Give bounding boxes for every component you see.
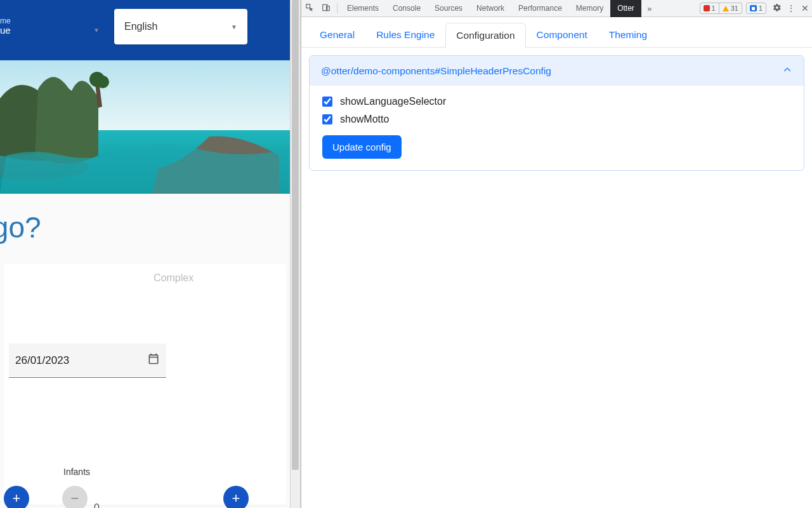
date-input[interactable]: 26/01/2023 xyxy=(9,344,166,378)
devtools-toolbar: Elements Console Sources Network Perform… xyxy=(301,0,812,17)
date-value: 26/01/2023 xyxy=(15,354,69,367)
warning-icon xyxy=(723,6,729,11)
close-icon[interactable]: ✕ xyxy=(798,3,812,13)
devtools-tab-sources[interactable]: Sources xyxy=(428,0,469,17)
infants-label: Infants xyxy=(63,467,90,477)
devtools-panel: Elements Console Sources Network Perform… xyxy=(301,0,812,508)
config-panel: @otter/demo-components#SimpleHeaderPresC… xyxy=(309,55,804,171)
decrement-button[interactable]: − xyxy=(62,486,88,508)
checkbox-showLanguageSelector[interactable] xyxy=(322,97,332,107)
language-select[interactable]: English ▼ xyxy=(114,9,247,44)
devtools-tab-network[interactable]: Network xyxy=(469,0,511,17)
chevron-down-icon: ▼ xyxy=(231,23,237,30)
chevron-up-icon xyxy=(782,65,792,77)
devtools-tab-memory[interactable]: Memory xyxy=(569,0,610,17)
config-panel-title: @otter/demo-components#SimpleHeaderPresC… xyxy=(321,65,551,77)
option-label: showLanguageSelector xyxy=(340,96,446,107)
infants-count: 0 xyxy=(94,502,100,508)
issues-badge[interactable]: 1 xyxy=(746,3,766,14)
iframe-scrollbar[interactable] xyxy=(290,0,301,508)
otter-content: @otter/demo-components#SimpleHeaderPresC… xyxy=(301,48,812,508)
kebab-menu-icon[interactable]: ⋮ xyxy=(784,3,798,13)
theme-select-value: ue xyxy=(0,25,11,36)
inspect-icon[interactable] xyxy=(301,3,318,14)
otter-tab-configuration[interactable]: Configuration xyxy=(445,23,525,48)
otter-tab-theming[interactable]: Theming xyxy=(598,22,658,47)
svg-point-4 xyxy=(96,76,109,88)
app-header: me ue ▼ English ▼ xyxy=(0,0,290,60)
warning-badge[interactable]: 31 xyxy=(719,3,742,13)
page-headline: ant to go? xyxy=(0,194,201,264)
otter-tab-general[interactable]: General xyxy=(309,22,365,47)
config-option-showMotto[interactable]: showMotto xyxy=(322,114,791,125)
error-icon xyxy=(704,5,710,11)
config-option-showLanguageSelector[interactable]: showLanguageSelector xyxy=(322,96,791,107)
settings-icon[interactable] xyxy=(770,3,784,14)
update-config-button[interactable]: Update config xyxy=(322,135,402,159)
option-label: showMotto xyxy=(340,114,389,125)
app-preview-pane: me ue ▼ English ▼ xyxy=(0,0,290,508)
scrollbar-thumb[interactable] xyxy=(292,0,299,470)
devtools-tab-elements[interactable]: Elements xyxy=(340,0,386,17)
devtools-tab-otter[interactable]: Otter xyxy=(610,0,641,17)
chevron-down-icon: ▼ xyxy=(93,27,100,34)
issue-counter[interactable]: 1 31 xyxy=(700,3,742,14)
devtools-tab-performance[interactable]: Performance xyxy=(511,0,569,17)
device-toggle-icon[interactable] xyxy=(318,3,334,14)
language-select-value: English xyxy=(124,21,157,32)
search-form-card: Complex 26/01/2023 Infants + − 0 + xyxy=(4,264,286,505)
config-panel-header[interactable]: @otter/demo-components#SimpleHeaderPresC… xyxy=(310,56,804,86)
checkbox-showMotto[interactable] xyxy=(322,114,332,124)
error-count: 1 xyxy=(712,4,716,12)
increment-button[interactable]: + xyxy=(4,486,29,508)
issues-icon xyxy=(750,5,757,11)
devtools-tab-console[interactable]: Console xyxy=(386,0,428,17)
calendar-icon[interactable] xyxy=(147,352,160,368)
issues-count: 1 xyxy=(759,4,763,12)
error-badge[interactable]: 1 xyxy=(700,3,719,13)
warning-count: 31 xyxy=(731,4,738,12)
more-tabs-icon[interactable]: » xyxy=(641,4,658,13)
theme-select[interactable]: ue ▼ xyxy=(0,25,105,36)
increment-button[interactable]: + xyxy=(223,486,249,508)
otter-tab-rules-engine[interactable]: Rules Engine xyxy=(365,22,445,47)
tab-complex[interactable]: Complex xyxy=(154,272,193,284)
hero-image xyxy=(0,60,290,194)
otter-tab-component[interactable]: Component xyxy=(526,22,598,47)
otter-subtabs: General Rules Engine Configuration Compo… xyxy=(301,17,812,48)
theme-field-label: me xyxy=(0,17,11,25)
divider xyxy=(337,3,337,13)
config-panel-body: showLanguageSelector showMotto Update co… xyxy=(310,86,804,170)
svg-rect-5 xyxy=(306,4,310,8)
